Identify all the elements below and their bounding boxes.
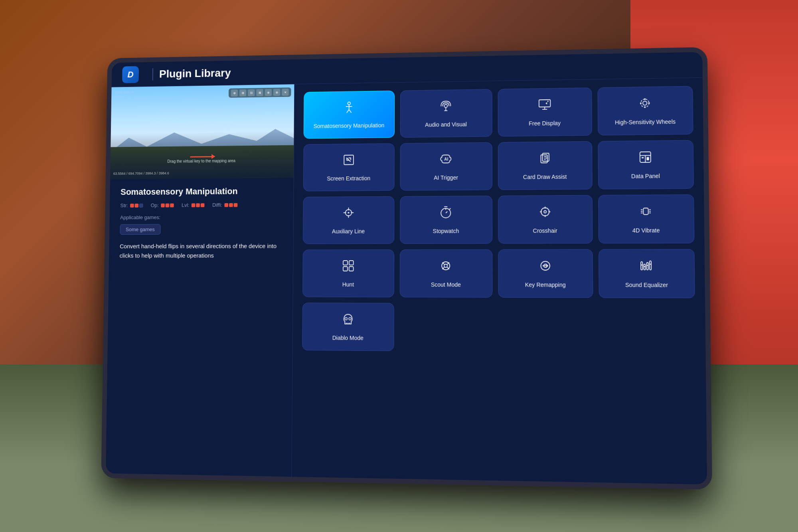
mini-btn-5[interactable]: ⊕ — [265, 89, 272, 96]
games-badge[interactable]: Some games — [120, 224, 161, 235]
plugin-card-auxiliary-line[interactable]: Auxiliary Line — [303, 196, 394, 244]
plugin-card-sound-equalizer[interactable]: Sound Equalizer — [598, 249, 695, 298]
svg-rect-62 — [641, 261, 642, 269]
plugin-name-audio-visual: Audio and Visual — [425, 121, 467, 128]
grid-4-icon — [341, 258, 356, 276]
svg-line-3 — [347, 109, 349, 113]
svg-rect-29 — [647, 157, 649, 160]
plugin-card-audio-visual[interactable]: Audio and Visual — [400, 89, 492, 138]
plugin-card-crosshair[interactable]: Crosshair — [498, 195, 593, 243]
plugin-card-key-remapping[interactable]: Key Remapping — [498, 249, 593, 298]
svg-point-11 — [547, 101, 548, 102]
stat-lvl-dots — [192, 203, 205, 207]
mini-btn-6[interactable]: ⊗ — [273, 89, 280, 96]
svg-point-16 — [644, 106, 646, 108]
dot — [130, 203, 134, 207]
plugin-name-crosshair: Crosshair — [533, 227, 557, 234]
stat-str-label: Str: — [120, 202, 128, 208]
plugin-name-4d-vibrate: 4D Vibrate — [632, 226, 660, 234]
stat-lvl: Lvl: — [182, 202, 205, 208]
svg-rect-54 — [343, 260, 348, 265]
panel-icon — [638, 150, 653, 168]
plugin-card-stopwatch[interactable]: Stopwatch — [400, 196, 493, 244]
svg-line-4 — [349, 109, 351, 113]
tablet-screen: D Plugin Library ⊕ ⊞ — [106, 52, 707, 485]
mini-btn-1[interactable]: ⊕ — [231, 89, 238, 97]
page-title: Plugin Library — [159, 66, 231, 80]
dot — [201, 203, 205, 207]
plugin-name-sound-equalizer: Sound Equalizer — [625, 281, 668, 289]
plugin-card-high-sensitivity[interactable]: High-Sensitivity Wheels — [597, 86, 693, 135]
plugin-name-free-display: Free Display — [529, 119, 561, 127]
game-preview: ⊕ ⊞ ⊟ ⊠ ⊕ ⊗ ✕ injury than ① Left ui Drag… — [110, 84, 294, 179]
stat-lvl-label: Lvl: — [182, 202, 190, 208]
plugin-card-screen-extraction[interactable]: Screen Extraction — [303, 143, 394, 191]
dot — [196, 203, 200, 207]
mini-btn-3[interactable]: ⊟ — [248, 89, 255, 96]
svg-rect-56 — [343, 266, 348, 271]
plugin-name-key-remapping: Key Remapping — [525, 281, 566, 289]
dot — [234, 203, 238, 207]
equalizer-icon — [639, 258, 654, 276]
svg-point-35 — [348, 212, 349, 213]
plugin-card-ai-trigger[interactable]: AI AI Trigger — [400, 142, 492, 190]
game-description: Convert hand-held flips in several direc… — [120, 241, 282, 260]
dot — [229, 203, 233, 207]
svg-line-40 — [450, 208, 451, 209]
red-arrow — [190, 156, 213, 157]
display-icon — [537, 97, 552, 115]
stats-row: Str: Op: — [120, 202, 282, 208]
plugin-grid-area: Somatosensory Manipulation — [292, 77, 707, 484]
svg-point-59 — [444, 264, 447, 267]
dot — [170, 203, 174, 207]
svg-rect-64 — [647, 262, 648, 269]
svg-rect-28 — [642, 157, 644, 158]
applicable-label: Applicable games: — [120, 214, 282, 220]
body-icon — [342, 100, 356, 117]
plugin-card-hunt[interactable]: Hunt — [302, 249, 394, 297]
remap-icon — [538, 258, 553, 276]
dot — [139, 203, 143, 207]
dot — [135, 203, 139, 207]
drag-hint: Drag the virtual key to the mapping area — [167, 158, 235, 163]
mini-btn-4[interactable]: ⊠ — [256, 89, 263, 96]
plugin-name-card-draw: Card Draw Assist — [523, 173, 567, 180]
svg-point-5 — [444, 104, 448, 107]
svg-text:AI: AI — [444, 157, 448, 161]
plugin-card-data-panel[interactable]: Data Panel — [598, 140, 694, 189]
plugin-name-somatosensory: Somatosensory Manipulation — [314, 121, 385, 129]
preview-overlay — [110, 84, 294, 179]
svg-point-41 — [541, 208, 549, 216]
plugin-card-somatosensory[interactable]: Somatosensory Manipulation — [304, 90, 395, 138]
stat-op-label: Op: — [151, 202, 159, 208]
svg-rect-8 — [539, 99, 551, 107]
crosshair-icon — [538, 204, 553, 222]
dot — [166, 203, 170, 207]
game-title: Somatosensory Manipulation — [120, 186, 282, 197]
scout-icon — [439, 258, 453, 276]
stat-op-dots — [161, 203, 174, 207]
coord-display: 63.5564 / 694.7094 / 3984.3 / 3984.6 — [113, 171, 169, 176]
plugin-card-card-draw[interactable]: Card Draw Assist — [498, 141, 592, 190]
svg-point-13 — [641, 99, 649, 107]
svg-rect-57 — [349, 266, 354, 271]
plugin-card-free-display[interactable]: Free Display — [498, 87, 592, 136]
mini-btn-2[interactable]: ⊞ — [239, 89, 246, 96]
mini-toolbar: ⊕ ⊞ ⊟ ⊠ ⊕ ⊗ ✕ — [229, 87, 291, 98]
left-panel: ⊕ ⊞ ⊟ ⊠ ⊕ ⊗ ✕ injury than ① Left ui Drag… — [106, 84, 294, 477]
svg-point-17 — [640, 102, 642, 104]
plugin-card-diablo-mode[interactable]: Diablo Mode — [302, 303, 394, 351]
plugin-card-scout-mode[interactable]: Scout Mode — [399, 249, 492, 297]
screen-cut-icon — [342, 152, 356, 170]
tablet-device: D Plugin Library ⊕ ⊞ — [101, 47, 712, 489]
logo-area: D — [122, 66, 139, 83]
plugin-name-stopwatch: Stopwatch — [433, 227, 459, 234]
plugin-card-4d-vibrate[interactable]: 4D Vibrate — [598, 194, 695, 243]
plugin-name-screen-extraction: Screen Extraction — [327, 174, 370, 182]
dot — [192, 203, 196, 207]
mini-btn-close[interactable]: ✕ — [282, 89, 289, 96]
skull-icon — [341, 312, 355, 329]
plugin-name-scout-mode: Scout Mode — [431, 281, 461, 288]
svg-point-15 — [648, 102, 650, 104]
svg-point-0 — [348, 102, 350, 105]
